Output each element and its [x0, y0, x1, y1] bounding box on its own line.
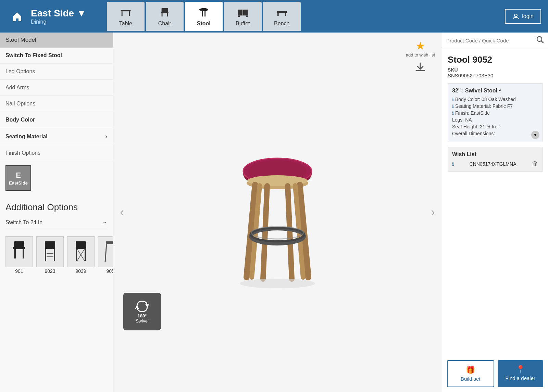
svg-rect-29 [85, 249, 86, 261]
spec-title: 32"↕ Swivel Stool ² [452, 88, 538, 94]
gift-icon: 🎁 [466, 366, 475, 375]
sidebar-item-finish-options[interactable]: Finish Options [0, 145, 113, 161]
sidebar-item-seating-material[interactable]: Seating Material › [0, 128, 113, 145]
svg-rect-33 [106, 243, 113, 244]
wish-list-section: Wish List ℹ CNN05174XTGLMNA 🗑 [448, 147, 543, 172]
svg-rect-19 [14, 248, 16, 258]
find-dealer-button[interactable]: 📍 Find a dealer [498, 360, 544, 387]
svg-rect-6 [161, 12, 169, 13]
product-actions: ★ add to wish list [406, 39, 435, 76]
thumb-901[interactable]: 901 [5, 236, 33, 274]
swivel-label: Swivel [136, 318, 149, 324]
svg-rect-3 [161, 8, 168, 12]
svg-rect-0 [121, 10, 130, 11]
finish-swatch-box[interactable]: E EastSide [5, 165, 31, 191]
swivel-badge[interactable]: 180° Swivel [123, 293, 161, 330]
product-info: Stool 9052 SKU SNS09052F703E30 32"↕ Swiv… [442, 49, 548, 355]
thumb-901-img [5, 236, 33, 267]
login-button[interactable]: login [505, 9, 541, 24]
arrow-right-icon: → [102, 219, 107, 226]
model-section-title: Stool Model [0, 33, 113, 48]
tab-bench[interactable]: Bench [263, 2, 301, 31]
info-icon[interactable]: ℹ [452, 104, 454, 109]
product-title: Stool 9052 [448, 54, 543, 65]
category-nav: Table Chair Stool Buffet Bench [107, 2, 301, 31]
product-view: ★ add to wish list ‹ › [113, 33, 442, 392]
scroll-down-btn[interactable]: ▼ [531, 131, 539, 139]
search-button[interactable] [536, 36, 544, 45]
swatch-label: EastSide [9, 180, 28, 186]
main-layout: Stool Model Switch To Fixed Stool Leg Op… [0, 33, 548, 392]
thumb-9039-label: 9039 [75, 268, 86, 274]
next-arrow[interactable]: › [431, 205, 435, 219]
svg-line-57 [541, 41, 544, 43]
search-bar [442, 33, 548, 49]
spec-seat-height: Seat Height: 31 ½ In. ² [452, 124, 538, 129]
svg-line-50 [263, 186, 267, 279]
thumb-9023[interactable]: 9023 [36, 236, 64, 274]
svg-rect-12 [246, 15, 248, 17]
svg-rect-24 [54, 249, 55, 261]
finish-swatch-area: E EastSide [5, 165, 107, 191]
svg-rect-32 [106, 241, 113, 243]
svg-rect-27 [76, 241, 86, 249]
prev-arrow[interactable]: ‹ [120, 205, 124, 219]
svg-rect-9 [204, 11, 206, 16]
spec-scroll-controls: ▼ [531, 131, 539, 139]
tab-buffet[interactable]: Buffet [224, 2, 262, 31]
svg-line-34 [105, 244, 107, 262]
spec-legs: Legs: NA [452, 117, 538, 123]
svg-rect-23 [45, 249, 46, 261]
svg-rect-1 [122, 11, 123, 16]
svg-rect-21 [13, 247, 25, 249]
sidebar-item-body-color[interactable]: Body Color [0, 112, 113, 128]
sidebar-item-add-arms[interactable]: Add Arms [0, 80, 113, 96]
tab-stool[interactable]: Stool [185, 2, 223, 31]
build-set-button[interactable]: 🎁 Build set [447, 360, 494, 387]
stool-image [206, 123, 349, 301]
thumb-9050[interactable]: 9050 [98, 236, 113, 274]
info-icon[interactable]: ℹ [452, 111, 454, 116]
thumb-9050-label: 9050 [106, 268, 113, 274]
tab-chair[interactable]: Chair [146, 2, 184, 31]
sidebar-item-switch-fixed[interactable]: Switch To Fixed Stool [0, 48, 113, 64]
additional-options-title: Additional Options [5, 202, 107, 213]
tab-table[interactable]: Table [107, 2, 145, 31]
svg-point-55 [240, 279, 315, 288]
brand-dropdown-button[interactable]: East Side ▼ [31, 8, 86, 19]
search-input[interactable] [446, 38, 534, 43]
sku-label: SKU [448, 67, 543, 73]
svg-rect-8 [202, 11, 203, 16]
thumb-9039-img [67, 236, 95, 267]
header: East Side ▼ Dining Table Chair Stool Buf… [0, 0, 548, 33]
brand-info: East Side ▼ Dining [31, 8, 86, 25]
download-button[interactable] [414, 61, 426, 76]
sidebar-item-leg-options[interactable]: Leg Options [0, 64, 113, 80]
info-icon[interactable]: ℹ [452, 161, 454, 167]
switch-24-item[interactable]: Switch To 24 In → [5, 216, 107, 229]
home-button[interactable] [7, 6, 27, 27]
svg-line-51 [288, 186, 292, 279]
thumbnail-strip: 901 9023 9039 9050 [0, 233, 113, 277]
thumb-9023-img [36, 236, 64, 267]
wish-list-item: ℹ CNN05174XTGLMNA 🗑 [452, 160, 538, 167]
svg-rect-15 [277, 13, 279, 16]
spec-section: 32"↕ Swivel Stool ² ℹ Body Color: 03 Oak… [448, 83, 543, 142]
wishlist-button[interactable]: ★ add to wish list [406, 39, 435, 58]
star-icon: ★ [415, 39, 425, 52]
svg-rect-14 [277, 11, 287, 13]
brand-name: East Side [31, 8, 74, 19]
wish-list-title: Wish List [452, 151, 538, 157]
brand-category: Dining [31, 19, 86, 25]
thumb-9023-label: 9023 [45, 268, 55, 274]
chevron-right-icon: › [105, 133, 107, 140]
spec-body-color: ℹ Body Color: 03 Oak Washed [452, 97, 538, 102]
sidebar-item-nail-options[interactable]: Nail Options [0, 96, 113, 112]
thumb-9039[interactable]: 9039 [67, 236, 95, 274]
svg-point-7 [199, 8, 208, 11]
info-icon[interactable]: ℹ [452, 97, 454, 102]
action-buttons: 🎁 Build set 📍 Find a dealer [442, 355, 548, 392]
location-icon: 📍 [516, 365, 525, 374]
delete-wish-list-item-button[interactable]: 🗑 [532, 160, 538, 167]
additional-options-section: Additional Options Switch To 24 In → [0, 195, 113, 233]
